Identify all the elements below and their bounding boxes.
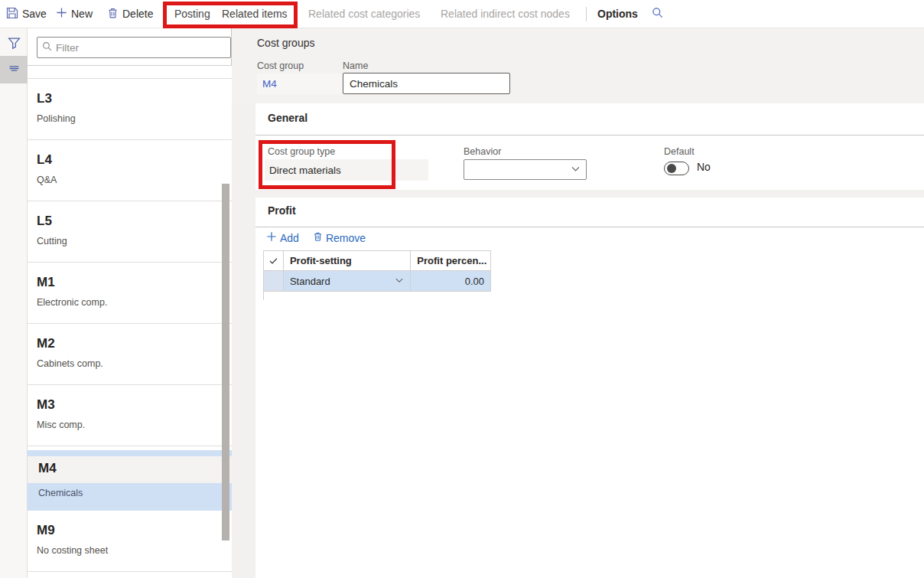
list-pane-button[interactable] — [0, 56, 28, 83]
tab-related-cost-categories: Related cost categories — [308, 0, 420, 28]
toolbar-separator — [586, 7, 587, 21]
chevron-down-icon[interactable] — [395, 276, 404, 287]
item-code: L5 — [37, 212, 223, 230]
page-header: Cost groups Cost group M4 Name — [232, 28, 924, 103]
list-scrollbar-thumb[interactable] — [222, 184, 229, 540]
item-code: M4 — [38, 459, 223, 478]
cost-group-list: L3 Polishing L4 Q&A L5 Cutting M1 Electr… — [28, 65, 232, 578]
item-subtitle: Chemicals — [28, 483, 232, 511]
profit-setting-cell[interactable]: Standard — [284, 271, 411, 292]
plus-icon — [266, 231, 277, 244]
general-section-title: General — [268, 112, 307, 124]
item-code: L4 — [37, 151, 223, 169]
cost-group-type-value[interactable]: Direct materials — [265, 159, 428, 181]
search-button[interactable] — [652, 0, 663, 28]
item-code: L3 — [37, 90, 223, 108]
item-subtitle: Polishing — [37, 113, 223, 124]
section-divider — [255, 135, 924, 136]
options-label: Options — [597, 8, 638, 20]
item-code: M9 — [37, 521, 223, 540]
list-item-m3[interactable]: M3 Misc comp. — [28, 385, 232, 446]
cost-group-label: Cost group — [257, 60, 304, 71]
grid-edge-stub — [263, 291, 264, 300]
item-subtitle: No costing sheet — [37, 545, 223, 556]
add-button[interactable]: Add — [266, 231, 299, 244]
section-divider — [255, 227, 924, 227]
list-item-m4-selected[interactable]: M4 Chemicals — [28, 446, 232, 511]
funnel-icon — [8, 37, 21, 53]
list-item-partial-top[interactable] — [28, 66, 232, 79]
item-code: M2 — [37, 335, 223, 353]
filter-field[interactable] — [37, 37, 231, 58]
cost-group-value-link[interactable]: M4 — [257, 73, 352, 94]
default-toggle[interactable] — [664, 162, 689, 175]
item-subtitle: Misc comp. — [37, 420, 223, 430]
profit-setting-value: Standard — [290, 276, 330, 287]
add-label: Add — [280, 232, 299, 244]
profit-grid: Profit-setting Profit percen... Standard… — [263, 250, 491, 292]
left-rail — [0, 28, 28, 578]
toggle-knob — [667, 164, 676, 173]
delete-label: Delete — [122, 8, 153, 20]
list-item-l3[interactable]: L3 Polishing — [28, 79, 232, 140]
tab-options[interactable]: Options — [597, 0, 638, 28]
row-select-cell[interactable] — [264, 271, 284, 292]
list-item-l4[interactable]: L4 Q&A — [28, 140, 232, 201]
record-list-pane: L3 Polishing L4 Q&A L5 Cutting M1 Electr… — [28, 28, 232, 578]
tab-related-cost-categories-label: Related cost categories — [308, 8, 420, 20]
grid-toolbar: Add Remove — [266, 231, 366, 244]
plus-icon — [56, 7, 67, 21]
behavior-label: Behavior — [464, 146, 501, 157]
cost-groups-page: Save New Delete Posting Related items Re… — [0, 0, 924, 578]
remove-label: Remove — [326, 232, 366, 244]
name-input[interactable] — [343, 73, 510, 94]
default-label: Default — [664, 146, 695, 157]
filter-search-icon — [42, 41, 52, 54]
list-item-m1[interactable]: M1 Electronic comp. — [28, 263, 232, 324]
save-icon — [6, 7, 18, 21]
new-label: New — [71, 8, 93, 20]
list-lines-icon — [8, 62, 21, 78]
item-subtitle: Cabinets comp. — [37, 358, 223, 369]
save-button[interactable]: Save — [6, 0, 47, 28]
filter-pane-button[interactable] — [0, 33, 28, 56]
trash-icon — [107, 7, 119, 21]
search-icon — [652, 7, 663, 21]
general-section: General Cost group type Direct materials… — [255, 103, 924, 190]
item-code: M1 — [37, 273, 223, 292]
list-item-l5[interactable]: L5 Cutting — [28, 201, 232, 263]
tab-related-indirect-cost-nodes-label: Related indirect cost nodes — [441, 8, 570, 20]
behavior-dropdown[interactable] — [464, 159, 587, 180]
item-subtitle: Q&A — [37, 175, 223, 185]
filter-input[interactable] — [56, 42, 226, 54]
trash-icon — [313, 231, 323, 244]
profit-section: Profit Add Remove Profit-setting Profit … — [255, 198, 924, 578]
item-code: M3 — [37, 396, 223, 414]
tab-related-indirect-cost-nodes: Related indirect cost nodes — [441, 0, 570, 28]
item-subtitle: Cutting — [37, 236, 223, 247]
item-subtitle: Electronic comp. — [37, 297, 223, 308]
cost-group-type-label: Cost group type — [268, 146, 335, 157]
command-bar: Save New Delete Posting Related items Re… — [0, 0, 924, 28]
list-item-m2[interactable]: M2 Cabinets comp. — [28, 324, 232, 385]
tab-posting-label: Posting — [174, 8, 210, 20]
page-title: Cost groups — [257, 37, 314, 49]
profit-section-title: Profit — [268, 204, 296, 217]
default-value: No — [697, 161, 711, 173]
tab-related-items[interactable]: Related items — [222, 0, 288, 28]
tab-posting[interactable]: Posting — [174, 0, 210, 28]
list-item-m9[interactable]: M9 No costing sheet — [28, 511, 232, 572]
selection-bar — [28, 450, 232, 456]
delete-button[interactable]: Delete — [107, 0, 153, 28]
new-button[interactable]: New — [56, 0, 93, 28]
remove-button[interactable]: Remove — [313, 231, 366, 244]
grid-data-row[interactable]: Standard 0.00 — [264, 271, 490, 292]
save-label: Save — [22, 8, 47, 20]
profit-percentage-cell[interactable]: 0.00 — [411, 271, 490, 292]
column-header-profit-setting[interactable]: Profit-setting — [284, 251, 411, 271]
tab-related-items-label: Related items — [222, 8, 288, 20]
select-all-checkmark-icon[interactable] — [264, 251, 284, 271]
column-header-profit-percentage[interactable]: Profit percen... — [411, 251, 490, 271]
detail-pane: Cost groups Cost group M4 Name General C… — [232, 28, 924, 578]
grid-header-row: Profit-setting Profit percen... — [264, 251, 490, 271]
